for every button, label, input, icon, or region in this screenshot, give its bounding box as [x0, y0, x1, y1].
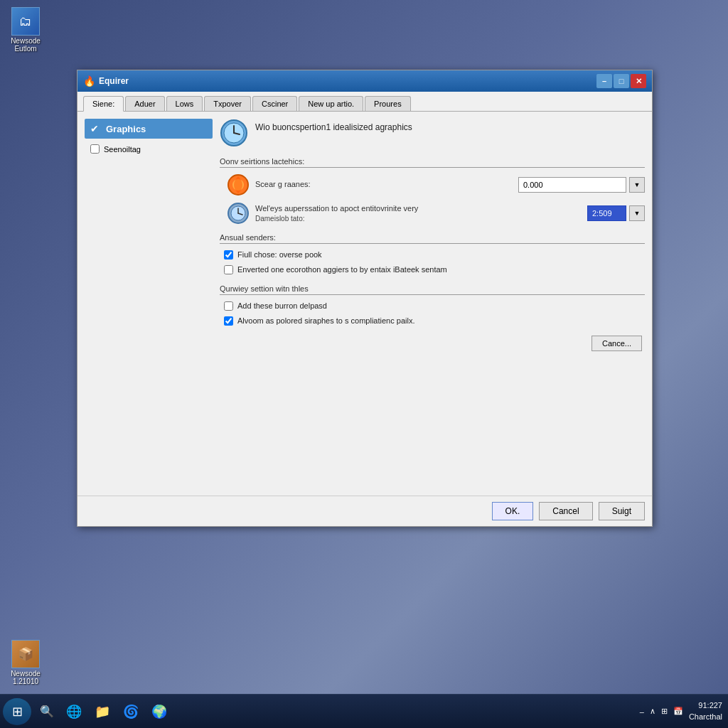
- taskbar-icon-app1[interactable]: 🌀: [118, 699, 144, 724]
- desktop-icon-bottom-label: Newsode 1.21010: [11, 670, 41, 685]
- tab-siene[interactable]: Siene:: [83, 96, 124, 112]
- tab-txpover[interactable]: Txpover: [204, 96, 251, 111]
- taskbar-icon-app2[interactable]: 🌍: [146, 699, 172, 724]
- taskbar-clock[interactable]: 91:227 Charcthal: [689, 700, 722, 722]
- field2-icon: [227, 202, 250, 225]
- check3-label: Add these burron delpasd: [237, 301, 327, 311]
- taskbar: ⊞ 🔍 🌐 📁 🌀 🌍 – ∧ ⊞ 📅 91:227 Charcthal: [0, 694, 728, 728]
- field2-row: Wel'eys auperssation to apoct entitovrin…: [220, 202, 645, 225]
- taskbar-icon-folder[interactable]: 📁: [90, 699, 115, 724]
- check2-checkbox[interactable]: [224, 265, 233, 274]
- submit-button[interactable]: Suigt: [599, 502, 645, 520]
- field2-label: Wel'eys auperssation to apoct entitovrin…: [255, 204, 582, 213]
- dialog-footer: OK. Cancel Suigt: [77, 496, 652, 526]
- desc-clock-icon: [220, 119, 248, 147]
- desktop-icon-top[interactable]: 🗂 Newsode Eutlom: [3, 7, 48, 53]
- check1-row[interactable]: Fiull chose: overse pook: [220, 250, 645, 260]
- field2-dropdown[interactable]: ▼: [629, 205, 645, 221]
- field2-input-row: ▼: [587, 205, 645, 221]
- check3-checkbox[interactable]: [224, 301, 233, 311]
- dialog-body: ✔ Graphics Seenoiltag: [77, 112, 652, 496]
- check1-label: Fiull chose: overse pook: [237, 250, 322, 260]
- check4-row[interactable]: Alvoom as polored siraphes to s compliat…: [220, 316, 645, 326]
- description-row: Wio buoncspertion1 idealisized agraphics: [220, 119, 645, 147]
- check3-row[interactable]: Add these burron delpasd: [220, 301, 645, 311]
- tray-screen[interactable]: ⊞: [661, 707, 668, 716]
- desktop-icon-bottom[interactable]: 📦 Newsode 1.21010: [3, 640, 48, 685]
- section2-block: Ansual senders: Fiull chose: overse pook…: [220, 233, 645, 276]
- desktop-icon-top-label: Newsode Eutlom: [11, 37, 41, 53]
- tab-lows[interactable]: Lows: [166, 96, 203, 111]
- tray-calendar[interactable]: 📅: [673, 707, 683, 716]
- ok-button[interactable]: OK.: [492, 502, 534, 520]
- desktop-icon-top-image: 🗂: [11, 7, 40, 36]
- field2-sub-label: Dameislob tato:: [255, 215, 582, 223]
- dialog-titlebar[interactable]: 🔥 Equirer – □ ✕: [77, 70, 652, 92]
- tray-minimize[interactable]: –: [640, 707, 644, 716]
- field1-input-row: ▼: [518, 177, 645, 193]
- tab-aduer[interactable]: Aduer: [125, 96, 164, 111]
- search-button[interactable]: 🔍: [34, 700, 60, 723]
- maximize-button[interactable]: □: [614, 74, 629, 88]
- desktop: 🗂 Newsode Eutlom 📦 Newsode 1.21010 🔥 Equ…: [0, 0, 728, 728]
- field1-dropdown[interactable]: ▼: [629, 177, 645, 193]
- field1-icon: [227, 173, 250, 196]
- check4-checkbox[interactable]: [224, 316, 233, 326]
- tray-expand[interactable]: ∧: [650, 707, 655, 716]
- section1-label: Oonv seirtions lactehics:: [220, 157, 645, 168]
- minimize-button[interactable]: –: [596, 74, 612, 88]
- right-panel: Wio buoncspertion1 idealisized agraphics…: [220, 119, 645, 488]
- dialog-tabs: Siene: Aduer Lows Txpover Csciner New up…: [77, 92, 652, 112]
- cancel-right-area: Cance...: [220, 336, 645, 351]
- field1-input[interactable]: [518, 177, 626, 193]
- seenoiltag-checkbox-row[interactable]: Seenoiltag: [85, 141, 213, 156]
- tab-new-up[interactable]: New up artio.: [299, 96, 363, 111]
- dialog-title-text: Equirer: [99, 76, 595, 86]
- taskbar-icon-chrome[interactable]: 🌐: [61, 699, 87, 724]
- desktop-icon-bottom-image: 📦: [11, 640, 40, 668]
- field1-label: Scear g raanes:: [255, 180, 513, 188]
- seenoiltag-checkbox[interactable]: [90, 144, 100, 154]
- cancel-right-button[interactable]: Cance...: [592, 336, 642, 351]
- dialog-title-icon: 🔥: [83, 75, 95, 87]
- cancel-button[interactable]: Cancel: [539, 502, 592, 520]
- graphics-label: Graphics: [106, 124, 146, 134]
- check2-label: Enverted one ecorothon aggiers to by ent…: [237, 264, 447, 275]
- description-text: Wio buoncspertion1 idealisized agraphics: [255, 119, 412, 134]
- field2-input[interactable]: [587, 205, 626, 221]
- section2-label: Ansual senders:: [220, 233, 645, 244]
- check2-row[interactable]: Enverted one ecorothon aggiers to by ent…: [220, 264, 645, 275]
- section1-block: Oonv seirtions lactehics: Scear g raanes…: [220, 157, 645, 225]
- left-panel: ✔ Graphics Seenoiltag: [85, 119, 213, 488]
- section3-block: Qurwiey settion witn thles Add these bur…: [220, 284, 645, 327]
- close-button[interactable]: ✕: [631, 74, 646, 88]
- taskbar-tray: – ∧ ⊞ 📅 91:227 Charcthal: [640, 700, 725, 722]
- field1-content: Scear g raanes:: [255, 180, 513, 191]
- check1-checkbox[interactable]: [224, 250, 233, 259]
- seenoiltag-label: Seenoiltag: [104, 145, 141, 154]
- graphics-icon: ✔: [90, 123, 102, 134]
- field1-row: Scear g raanes: ▼: [220, 173, 645, 196]
- tab-proures[interactable]: Proures: [365, 96, 411, 111]
- check4-label: Alvoom as polored siraphes to s compliat…: [237, 316, 414, 326]
- clock-time: 91:227: [689, 700, 722, 711]
- field2-content: Wel'eys auperssation to apoct entitovrin…: [255, 204, 582, 223]
- section3-label: Qurwiey settion witn thles: [220, 284, 645, 295]
- tab-csciner[interactable]: Csciner: [252, 96, 297, 111]
- graphics-item[interactable]: ✔ Graphics: [85, 119, 213, 139]
- start-button[interactable]: ⊞: [3, 698, 31, 725]
- dialog-window: 🔥 Equirer – □ ✕ Siene: Aduer Lows Txpove…: [77, 70, 653, 527]
- clock-date: Charcthal: [689, 712, 722, 722]
